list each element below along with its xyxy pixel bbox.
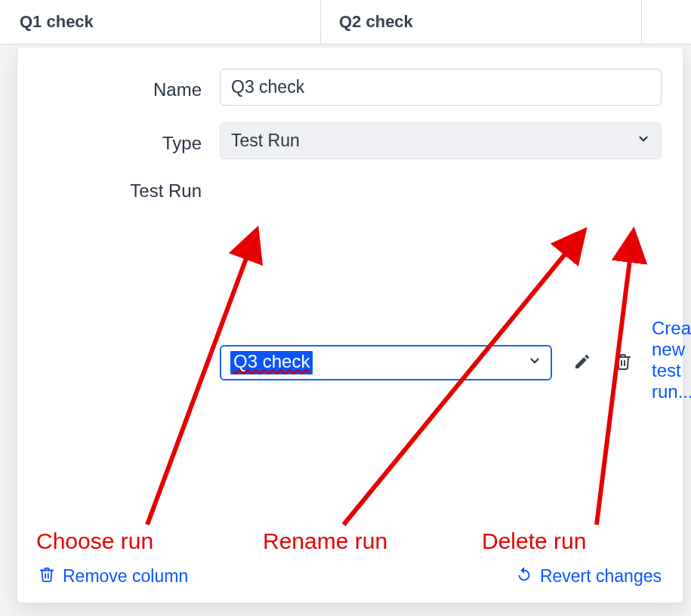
- type-label: Type: [39, 128, 220, 154]
- chevron-down-icon: [637, 132, 650, 149]
- create-test-run-link[interactable]: Create new test run...: [650, 318, 691, 402]
- tab-q1[interactable]: Q1 check: [0, 0, 321, 44]
- type-select[interactable]: Test Run: [220, 122, 662, 159]
- trash-icon: [614, 353, 632, 373]
- column-tabs: Q1 check Q2 check: [0, 0, 691, 45]
- annotation-rename-run: Rename run: [263, 528, 387, 554]
- tab-q2[interactable]: Q2 check: [321, 0, 642, 44]
- rename-run-button[interactable]: [572, 352, 593, 373]
- pencil-icon: [573, 353, 591, 373]
- remove-column-label: Remove column: [63, 566, 188, 587]
- annotation-delete-run: Delete run: [482, 528, 586, 554]
- trash-icon: [39, 566, 55, 587]
- revert-changes-label: Revert changes: [540, 566, 662, 587]
- name-label: Name: [39, 75, 220, 100]
- name-input[interactable]: [220, 69, 662, 106]
- testrun-select-value: Q3 check: [230, 351, 313, 374]
- testrun-label: Test Run: [39, 176, 220, 202]
- testrun-select[interactable]: Q3 check: [220, 345, 552, 380]
- annotation-choose-run: Choose run: [36, 528, 153, 554]
- type-select-value: Test Run: [231, 131, 300, 151]
- delete-run-button[interactable]: [612, 352, 634, 373]
- revert-changes-button[interactable]: Revert changes: [516, 566, 662, 587]
- column-settings-panel: Name Type Test Run Test Run Q3 check: [17, 48, 683, 603]
- remove-column-button[interactable]: Remove column: [39, 566, 188, 587]
- revert-icon: [516, 566, 532, 587]
- panel-footer: Remove column Revert changes: [39, 566, 662, 587]
- chevron-down-icon: [528, 354, 541, 371]
